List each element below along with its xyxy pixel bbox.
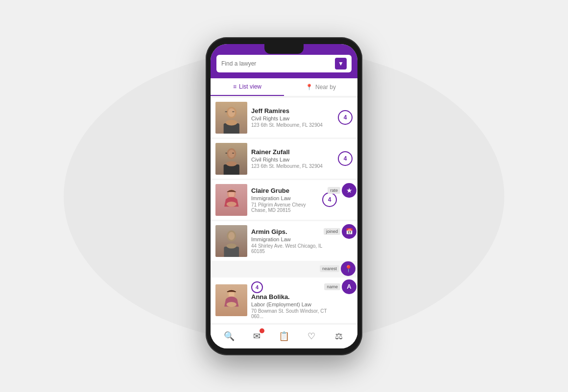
- rating-badge: 4: [338, 110, 353, 125]
- avatar-button[interactable]: A: [342, 279, 356, 294]
- tab-nearby-label: Near by: [315, 84, 336, 91]
- nav-search[interactable]: 🔍: [220, 327, 238, 345]
- nav-messages[interactable]: ✉: [248, 327, 265, 345]
- svg-point-21: [226, 302, 236, 307]
- view-tabs: ≡ List view 📍 Near by: [211, 78, 357, 96]
- documents-icon: 📋: [279, 331, 289, 342]
- nav-settings[interactable]: ⚖: [330, 327, 348, 345]
- tab-list-view[interactable]: ≡ List view: [211, 78, 284, 96]
- svg-point-16: [228, 232, 235, 240]
- message-badge: [260, 328, 264, 333]
- svg-point-18: [226, 243, 236, 248]
- lawyer-specialty: Labor (Employment) Law: [251, 301, 333, 307]
- lawyer-address: 70 Bowman St. South Windsor, CT 060...: [251, 308, 333, 319]
- lawyer-name: Armin Gips.: [251, 228, 333, 235]
- lawyer-info: 4 Anna Bolika. Labor (Employment) Law 70…: [247, 281, 337, 319]
- lawyer-card[interactable]: 4 Anna Bolika. Labor (Employment) Law 70…: [211, 277, 357, 323]
- name-label: name: [324, 283, 340, 290]
- lawyer-address: 71 Pilgrim Avenue Chevy Chase, MD 20815: [251, 202, 318, 213]
- svg-point-3: [226, 120, 237, 126]
- svg-point-7: [228, 150, 235, 158]
- nav-favorites[interactable]: ♡: [303, 327, 320, 345]
- fab-name: name A: [324, 279, 356, 294]
- fab-rate: rate ★: [328, 183, 356, 198]
- location-icon: 📍: [306, 84, 313, 91]
- lawyer-name: Jeff Ramires: [251, 107, 334, 115]
- phone-frame: ▼ ≡ List view 📍 Near by: [206, 37, 362, 355]
- nearest-fab-row: nearest 📍: [211, 261, 357, 276]
- mail-icon: ✉: [253, 331, 260, 342]
- joined-button[interactable]: 📅: [342, 224, 356, 239]
- rate-label: rate: [328, 187, 340, 194]
- search-icon: 🔍: [224, 331, 235, 342]
- lawyer-list: Jeff Ramires Civil Rights Law 123 6th St…: [211, 96, 357, 337]
- list-icon: ≡: [233, 83, 237, 90]
- tab-list-label: List view: [239, 83, 261, 90]
- tab-nearby[interactable]: 📍 Near by: [284, 78, 357, 96]
- lawyer-address: 123 6th St. Melbourne, FL 32904: [251, 122, 334, 128]
- lawyer-photo: [215, 184, 247, 216]
- app-header: ▼: [211, 51, 357, 78]
- fab-joined: joined 📅: [324, 224, 356, 239]
- nearest-label: nearest: [320, 265, 339, 272]
- lawyer-specialty: Civil Rights Law: [251, 115, 334, 121]
- rate-button[interactable]: ★: [342, 183, 356, 198]
- lawyer-address: 44 Shirley Ave. West Chicago, IL 60185: [251, 243, 333, 254]
- lawyer-name: Anna Bolika.: [251, 293, 333, 300]
- nearest-button[interactable]: 📍: [341, 261, 355, 276]
- bottom-nav: 🔍 ✉ 📋 ♡ ⚖: [211, 324, 357, 348]
- lawyer-photo: [215, 143, 247, 175]
- phone-notch: [264, 44, 304, 54]
- search-input[interactable]: [221, 60, 335, 67]
- lawyer-info: Rainer Zufall Civil Rights Law 123 6th S…: [247, 148, 338, 169]
- svg-point-14: [226, 202, 236, 207]
- svg-rect-10: [225, 153, 227, 154]
- lawyer-photo: [215, 102, 247, 134]
- lawyer-specialty: Immigration Law: [251, 195, 318, 201]
- svg-rect-5: [232, 111, 234, 112]
- lawyer-name: Rainer Zufall: [251, 148, 334, 156]
- lawyer-specialty: Immigration Law: [251, 236, 333, 242]
- svg-point-1: [228, 108, 235, 117]
- phone-screen: ▼ ≡ List view 📍 Near by: [211, 44, 357, 348]
- lawyer-info: Jeff Ramires Civil Rights Law 123 6th St…: [247, 107, 338, 128]
- sliders-icon: ⚖: [335, 331, 343, 342]
- lawyer-photo: [215, 284, 247, 316]
- lawyer-card[interactable]: Armin Gips. Immigration Law 44 Shirley A…: [211, 221, 357, 261]
- nav-documents[interactable]: 📋: [275, 327, 293, 345]
- joined-label: joined: [324, 228, 340, 235]
- search-bar[interactable]: ▼: [216, 55, 352, 72]
- phone-mockup: ▼ ≡ List view 📍 Near by: [206, 37, 362, 355]
- lawyer-info: Claire Grube Immigration Law 71 Pilgrim …: [247, 187, 322, 213]
- lawyer-card[interactable]: Claire Grube Immigration Law 71 Pilgrim …: [211, 180, 357, 220]
- filter-icon[interactable]: ▼: [335, 58, 347, 69]
- heart-icon: ♡: [308, 331, 315, 342]
- lawyer-card[interactable]: Rainer Zufall Civil Rights Law 123 6th S…: [211, 139, 357, 179]
- rating-badge: 4: [251, 281, 263, 293]
- svg-point-9: [226, 161, 237, 166]
- lawyer-card[interactable]: Jeff Ramires Civil Rights Law 123 6th St…: [211, 98, 357, 138]
- svg-rect-4: [225, 111, 227, 112]
- lawyer-specialty: Civil Rights Law: [251, 157, 334, 162]
- lawyer-photo: [215, 225, 247, 257]
- rating-badge: 4: [338, 151, 353, 166]
- lawyer-name: Claire Grube: [251, 187, 318, 194]
- svg-rect-11: [232, 153, 234, 154]
- lawyer-address: 123 6th St. Melbourne, FL 32904: [251, 163, 334, 169]
